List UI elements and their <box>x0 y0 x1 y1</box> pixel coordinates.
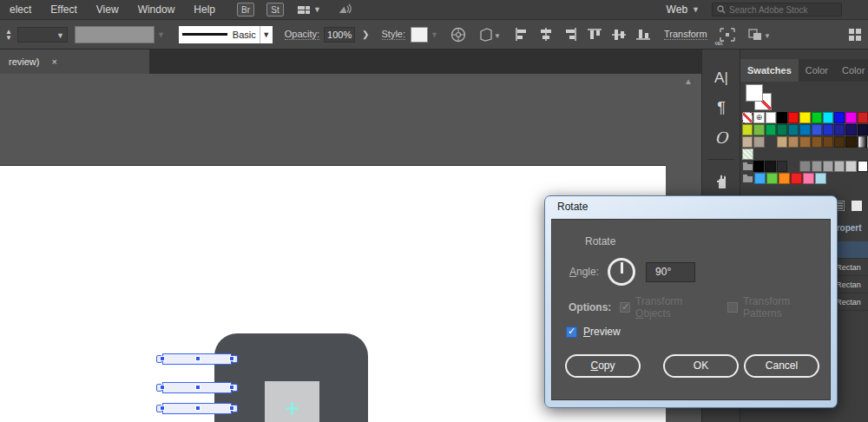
swatch[interactable] <box>742 124 753 135</box>
align-left-icon[interactable] <box>515 28 529 41</box>
angle-input[interactable]: 90° <box>646 262 695 282</box>
swatch[interactable] <box>845 161 856 172</box>
swatch[interactable] <box>765 161 775 172</box>
selected-pin-path[interactable] <box>162 403 232 414</box>
swatch[interactable] <box>803 173 814 184</box>
swatch[interactable] <box>812 161 822 172</box>
align-top-icon[interactable] <box>588 28 602 41</box>
swatch[interactable] <box>845 136 856 148</box>
opacity-field[interactable]: 100% <box>324 27 355 43</box>
swatch[interactable] <box>812 136 822 148</box>
swatch[interactable] <box>858 112 868 123</box>
paragraph-panel-icon[interactable]: ¶ <box>702 93 740 122</box>
recolor-artwork-icon[interactable] <box>450 27 466 43</box>
swatch-selected[interactable] <box>858 161 868 172</box>
fill-white-swatch[interactable] <box>746 84 763 102</box>
workspace-switcher[interactable]: Web ▼ <box>667 3 700 16</box>
swatch-group-folder-icon[interactable] <box>742 161 753 172</box>
swatch[interactable] <box>799 136 810 148</box>
document-setup-icon[interactable]: ▼ <box>478 27 501 43</box>
angle-dial[interactable] <box>608 258 635 286</box>
brush-dropdown-chevron[interactable]: ▼ <box>260 26 273 43</box>
scrollbar-up-icon[interactable]: ▲ <box>684 76 693 86</box>
swatch[interactable] <box>777 161 787 172</box>
swatch-pattern[interactable] <box>742 148 753 160</box>
document-tab[interactable]: review) × <box>0 49 149 74</box>
swatch[interactable] <box>788 112 799 123</box>
swatch[interactable] <box>834 112 845 123</box>
menu-item-effect[interactable]: Effect <box>41 0 86 19</box>
align-middle-icon[interactable] <box>612 28 626 41</box>
swatch[interactable] <box>834 161 845 172</box>
swatch[interactable] <box>766 173 778 184</box>
rotate-dialog[interactable]: Rotate Rotate Angle: 90° Options: Transf… <box>544 195 838 408</box>
close-icon[interactable]: × <box>51 56 56 67</box>
swatch-registration[interactable]: ⊕ <box>753 112 764 123</box>
free-transform-icon[interactable] <box>720 28 735 42</box>
swatch[interactable] <box>858 124 868 135</box>
style-label[interactable]: Style: <box>382 29 406 40</box>
swatch[interactable] <box>791 173 802 184</box>
opacity-expand-chevron[interactable]: ❯ <box>362 30 369 39</box>
swatch[interactable] <box>845 112 856 123</box>
panel-tab-color[interactable]: Color ( <box>835 59 868 82</box>
swatch[interactable] <box>823 136 833 148</box>
share-icon[interactable] <box>337 3 352 16</box>
opacity-label[interactable]: Opacity: <box>285 29 319 40</box>
swatch[interactable] <box>834 136 845 148</box>
panel-tab-color[interactable]: Color <box>799 59 835 82</box>
swatch[interactable] <box>777 136 787 148</box>
bridge-button[interactable]: Br <box>237 3 254 16</box>
swatch[interactable] <box>834 124 845 135</box>
ok-button[interactable]: OK <box>663 354 739 378</box>
swatch[interactable] <box>788 124 799 135</box>
swatch[interactable] <box>777 112 787 123</box>
search-input[interactable] <box>729 5 833 15</box>
swatch[interactable] <box>742 136 753 148</box>
stock-button[interactable]: St <box>266 3 284 16</box>
graphic-style-swatch[interactable] <box>411 27 428 43</box>
menu-item-help[interactable]: Help <box>184 0 225 19</box>
swatch[interactable] <box>815 173 826 184</box>
variable-width-dropdown[interactable]: ▼ <box>17 27 68 43</box>
swatch[interactable] <box>777 124 787 135</box>
selected-pin-path[interactable] <box>162 353 232 365</box>
swatch[interactable] <box>799 112 810 123</box>
align-bottom-icon[interactable] <box>636 28 650 41</box>
swatch[interactable] <box>823 161 833 172</box>
swatch[interactable] <box>799 124 810 135</box>
swatch[interactable] <box>845 124 856 135</box>
swatch-gradient[interactable] <box>858 136 868 148</box>
collapse-panels-icon[interactable]: «« <box>714 37 721 48</box>
swatch[interactable] <box>788 136 799 148</box>
thumbnail-view-icon[interactable] <box>852 201 862 211</box>
swatch[interactable] <box>753 136 764 148</box>
arrange-documents-button[interactable]: ▼ <box>298 5 321 14</box>
chip-core-shape[interactable] <box>265 381 319 422</box>
swatch-none[interactable] <box>742 112 753 123</box>
align-right-icon[interactable] <box>563 28 577 41</box>
swatch[interactable] <box>823 124 833 135</box>
swatch[interactable] <box>799 161 810 172</box>
selected-pin-path[interactable] <box>162 382 232 393</box>
swatch[interactable] <box>766 112 776 123</box>
swatch-group-folder-icon[interactable] <box>742 173 753 184</box>
cancel-button[interactable]: Cancel <box>744 354 819 378</box>
opentype-panel-icon[interactable]: O <box>702 122 740 152</box>
swatch[interactable] <box>766 124 776 135</box>
character-panel-icon[interactable]: A| <box>702 63 740 93</box>
stock-search[interactable] <box>712 3 842 16</box>
swatch[interactable] <box>753 161 764 172</box>
preview-checkbox[interactable] <box>566 326 577 338</box>
brush-definition-dropdown[interactable]: Basic <box>179 26 260 43</box>
shape-builder-icon[interactable]: ▼ <box>747 28 772 42</box>
copy-button[interactable]: Copy <box>565 354 641 378</box>
swatch[interactable] <box>779 173 790 184</box>
workspace-grid-icon[interactable] <box>849 29 861 41</box>
fill-color-swatch[interactable] <box>75 26 155 43</box>
swatch[interactable] <box>754 173 766 184</box>
swatch[interactable] <box>812 124 822 135</box>
panel-tab-swatches[interactable]: Swatches <box>740 59 799 82</box>
fill-stroke-indicator[interactable] <box>746 84 775 114</box>
swatch[interactable] <box>753 124 764 135</box>
